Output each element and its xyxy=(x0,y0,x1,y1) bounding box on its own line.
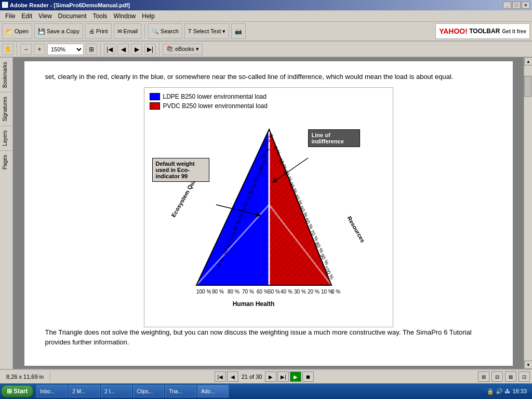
legend-label-blue: LDPE B250 lower environmental load xyxy=(163,93,267,100)
play-ctrl[interactable]: ▶ xyxy=(290,371,301,382)
last-page-button[interactable]: ▶| xyxy=(144,44,156,55)
app-restore-btn[interactable]: □ xyxy=(512,2,521,9)
taskbar-btn-2m[interactable]: 2 M... xyxy=(69,385,100,397)
svg-text:50 %: 50 % xyxy=(268,289,280,295)
svg-text:40 %: 40 % xyxy=(281,289,292,295)
nav-sep-2 xyxy=(100,42,101,57)
taskbar-btn-ado[interactable]: Ado... xyxy=(197,385,229,397)
start-label: Start xyxy=(14,388,28,395)
hand-tool-button[interactable]: ✋ xyxy=(2,44,14,55)
nav-sep-1 xyxy=(17,42,17,57)
scroll-thumb[interactable] xyxy=(524,76,531,97)
zoom-out-button[interactable]: − xyxy=(20,44,32,55)
print-button[interactable]: 🖨 Print xyxy=(85,23,112,39)
menu-help[interactable]: Help xyxy=(139,11,158,21)
ebooks-button[interactable]: 📚 eBooks ▾ xyxy=(163,44,203,55)
taskbar-btn-inbo[interactable]: Inbo... xyxy=(36,385,68,397)
status-sep-1 xyxy=(50,371,50,382)
ebooks-label: eBooks ▾ xyxy=(175,46,199,52)
status-icon-2[interactable]: ⊟ xyxy=(491,371,503,382)
email-icon: ✉ xyxy=(117,28,122,35)
toolbar: 📂 Open 💾 Save a Copy 🖨 Print ✉ Email 🔍 S… xyxy=(0,22,532,42)
svg-text:100 %: 100 % xyxy=(196,289,211,295)
save-label: Save a Copy xyxy=(47,28,79,34)
next-page-button[interactable]: ▶ xyxy=(131,44,142,55)
status-right-controls: ⊞ ⊟ ⊠ ⊡ xyxy=(478,371,530,382)
taskbar-right: 🔒 🔊 🖧 18:33 xyxy=(483,388,531,395)
pdf-page: set, clearly in the red, clearly in the … xyxy=(24,61,513,366)
select-text-icon: T xyxy=(188,28,192,34)
right-scrollbar: ▲ ▼ xyxy=(524,57,532,369)
menu-file[interactable]: File xyxy=(2,11,18,21)
app-icon: 🅰 xyxy=(2,2,8,8)
systray-icons: 🔒 🔊 🖧 xyxy=(487,388,510,395)
sidebar-pages[interactable]: Pages xyxy=(0,150,12,174)
title-bar-left: 🅰 Adobe Reader - [SimaPro6DemoManual.pdf… xyxy=(2,2,130,8)
sidebar-layers[interactable]: Layers xyxy=(0,126,12,150)
zoom-in-button[interactable]: + xyxy=(34,44,45,55)
taskbar-btn-tria[interactable]: Tria... xyxy=(165,385,196,397)
legend-item-red: PVDC B250 lower environmental load xyxy=(150,102,388,110)
nav-bar: ✋ − + 150% 100% 125% 200% ⊞ |◀ ◀ ▶ ▶| 📚 … xyxy=(0,42,532,57)
sidebar-bookmarks[interactable]: Bookmarks xyxy=(0,57,12,92)
select-text-button[interactable]: T Select Text ▾ xyxy=(184,23,229,39)
status-icon-4[interactable]: ⊡ xyxy=(518,371,530,382)
scroll-down-button[interactable]: ▼ xyxy=(524,361,532,369)
zoom-select[interactable]: 150% 100% 125% 200% xyxy=(47,44,84,55)
last-page-ctrl[interactable]: ▶| xyxy=(277,371,289,382)
menu-window[interactable]: Window xyxy=(111,11,139,21)
title-bar: 🅰 Adobe Reader - [SimaPro6DemoManual.pdf… xyxy=(0,0,532,10)
print-label: Print xyxy=(96,28,108,34)
main-area: Bookmarks Signatures Layers Pages set, c… xyxy=(0,57,532,369)
next-page-ctrl[interactable]: ▶ xyxy=(265,371,276,382)
svg-text:20 %: 20 % xyxy=(308,289,320,295)
chart-legend: LDPE B250 lower environmental load PVDC … xyxy=(150,93,388,110)
camera-button[interactable]: 📷 xyxy=(231,23,246,39)
menu-document[interactable]: Document xyxy=(55,11,90,21)
separator-1 xyxy=(144,24,145,38)
taskbar-btn-2i[interactable]: 2 I... xyxy=(101,385,132,397)
print-icon: 🖨 xyxy=(89,28,95,34)
pdf-area: set, clearly in the red, clearly in the … xyxy=(13,57,524,369)
svg-text:80 %: 80 % xyxy=(228,289,240,295)
stop-ctrl[interactable]: ⏹ xyxy=(302,371,314,382)
first-page-button[interactable]: |◀ xyxy=(104,44,115,55)
svg-text:30 %: 30 % xyxy=(294,289,306,295)
search-label: Search xyxy=(161,28,179,34)
first-page-ctrl[interactable]: |◀ xyxy=(215,371,226,382)
taskbar-btn-clips[interactable]: Clips... xyxy=(133,385,164,397)
search-icon: 🔍 xyxy=(152,28,159,35)
ebooks-icon: 📚 xyxy=(166,46,174,52)
status-icon-1[interactable]: ⊞ xyxy=(478,371,489,382)
svg-text:0 %: 0 % xyxy=(331,289,340,295)
page-display: 21 of 30 xyxy=(240,374,264,380)
open-label: Open xyxy=(15,28,29,34)
search-button[interactable]: 🔍 Search xyxy=(148,23,182,39)
open-button[interactable]: 📂 Open xyxy=(2,23,32,39)
email-button[interactable]: ✉ Email xyxy=(114,23,142,39)
sidebar-signatures[interactable]: Signatures xyxy=(0,92,12,126)
open-icon: 📂 xyxy=(6,28,13,35)
prev-page-button[interactable]: ◀ xyxy=(117,44,129,55)
email-label: Email xyxy=(124,28,138,34)
save-copy-button[interactable]: 💾 Save a Copy xyxy=(34,23,83,39)
app-close-btn[interactable]: × xyxy=(522,2,530,9)
yahoo-toolbar[interactable]: YAHOO! TOOLBAR Get it free xyxy=(435,23,530,39)
svg-text:Resources: Resources xyxy=(346,215,366,244)
fit-page-button[interactable]: ⊞ xyxy=(86,44,97,55)
menu-view[interactable]: View xyxy=(35,11,55,21)
menu-bar: File Edit View Document Tools Window Hel… xyxy=(0,10,532,22)
taskbar-sep-1 xyxy=(34,385,35,397)
scroll-up-button[interactable]: ▲ xyxy=(524,57,532,65)
callout-default-weight: Default weight used in Eco-indicator 99 xyxy=(152,158,209,182)
nav-sep-3 xyxy=(159,42,159,57)
prev-page-ctrl[interactable]: ◀ xyxy=(227,371,238,382)
menu-edit[interactable]: Edit xyxy=(18,11,35,21)
menu-tools[interactable]: Tools xyxy=(90,11,111,21)
yahoo-toolbar-text: TOOLBAR xyxy=(468,28,500,35)
status-icon-3[interactable]: ⊠ xyxy=(505,371,516,382)
app-minimize-btn[interactable]: _ xyxy=(503,2,511,9)
scroll-track[interactable] xyxy=(524,65,532,361)
legend-item-blue: LDPE B250 lower environmental load xyxy=(150,93,388,100)
start-button[interactable]: ⊞ Start xyxy=(1,385,33,397)
